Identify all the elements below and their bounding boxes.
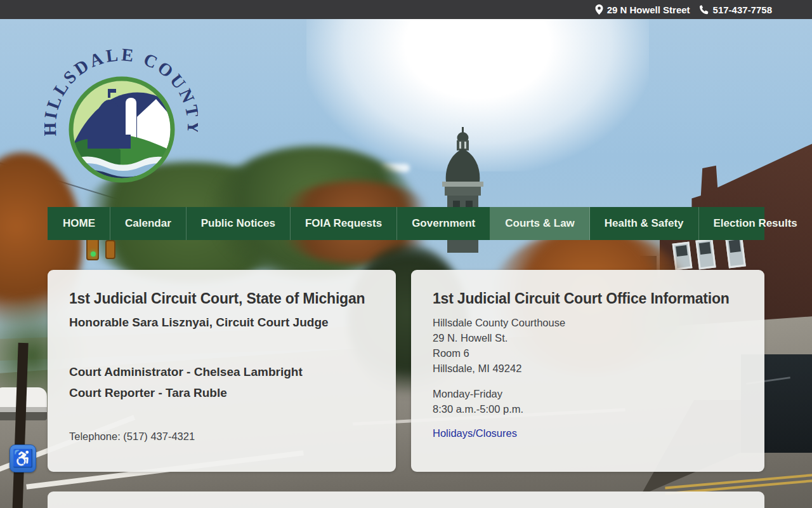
topbar-phone: 517-437-7758 — [699, 4, 772, 15]
hero-photo: HILLSDALE COUNTY HOME Calendar Public No… — [0, 19, 812, 508]
holidays-closures-link[interactable]: Holidays/Closures — [433, 427, 517, 439]
hours-times: 8:30 a.m.-5:00 p.m. — [433, 401, 743, 417]
topbar-address-text: 29 N Howell Street — [607, 4, 690, 15]
accessibility-button[interactable]: ♿ — [10, 444, 36, 472]
next-section-card — [48, 491, 764, 508]
judge-name: Honorable Sara Lisznyai, Circuit Court J… — [69, 316, 374, 330]
nav-item-public-notices[interactable]: Public Notices — [187, 207, 291, 240]
address-line: Hillsdale County Courthouse — [433, 315, 743, 330]
court-administrator: Court Administrator - Chelsea Lambright — [69, 361, 374, 382]
wheelchair-icon: ♿ — [12, 448, 34, 469]
address-line: 29 N. Howell St. — [433, 330, 743, 345]
county-logo[interactable]: HILLSDALE COUNTY — [44, 33, 198, 187]
hours-days: Monday-Friday — [433, 386, 743, 401]
nav-item-home[interactable]: HOME — [48, 207, 110, 240]
nav-item-government[interactable]: Government — [397, 207, 490, 240]
nav-item-foia-requests[interactable]: FOIA Requests — [291, 207, 397, 240]
building-window — [695, 239, 716, 270]
main-nav: HOME Calendar Public Notices FOIA Reques… — [48, 207, 764, 240]
court-staff: Court Administrator - Chelsea Lambright … — [69, 361, 374, 403]
nav-item-health-safety[interactable]: Health & Safety — [590, 207, 699, 240]
nav-item-courts-law[interactable]: Courts & Law — [490, 207, 590, 240]
phone-icon — [699, 4, 709, 15]
office-address: Hillsdale County Courthouse 29 N. Howell… — [433, 315, 743, 376]
location-pin-icon — [595, 4, 603, 15]
circuit-court-card: 1st Judicial Circuit Court, State of Mic… — [48, 270, 396, 472]
office-info-title: 1st Judicial Circuit Court Office Inform… — [433, 290, 743, 307]
topbar-address: 29 N Howell Street — [595, 4, 690, 15]
address-line: Room 6 — [433, 345, 743, 361]
nav-item-election-results[interactable]: Election Results — [699, 207, 812, 240]
page: 29 N Howell Street 517-437-7758 — [0, 0, 812, 508]
court-reporter: Court Reporter - Tara Ruble — [69, 382, 374, 403]
traffic-light — [105, 240, 115, 259]
topbar: 29 N Howell Street 517-437-7758 — [0, 0, 812, 19]
office-info-card: 1st Judicial Circuit Court Office Inform… — [411, 270, 764, 472]
court-telephone: Telephone: (517) 437-4321 — [69, 431, 374, 443]
nav-item-calendar[interactable]: Calendar — [110, 207, 187, 240]
office-hours: Monday-Friday 8:30 a.m.-5:00 p.m. — [433, 386, 743, 417]
building-window — [725, 236, 746, 269]
circuit-court-title: 1st Judicial Circuit Court, State of Mic… — [69, 290, 374, 307]
topbar-phone-text: 517-437-7758 — [713, 4, 772, 15]
address-line: Hillsdale, MI 49242 — [433, 361, 743, 376]
